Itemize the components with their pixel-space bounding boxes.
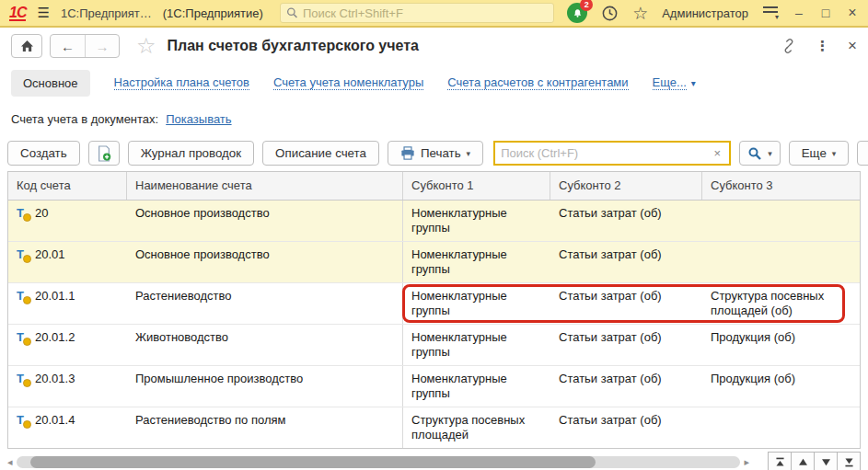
current-user[interactable]: Администратор [662,6,748,20]
search-icon [747,146,762,161]
subconto3-value [702,407,860,448]
history-nav: ← → [50,34,120,58]
chevron-down-icon: ▾ [832,149,837,158]
column-header-name[interactable]: Наименование счета [127,172,403,200]
forward-arrow-icon: → [96,39,110,54]
accounts-in-documents-label: Счета учета в документах: [11,112,158,126]
account-code: 20.01.3 [35,372,75,386]
subconto2-value: Статьи затрат (об) [550,366,702,407]
scroll-right-icon[interactable]: ▸ [744,457,749,466]
get-link-icon[interactable] [781,38,797,54]
window-close-button[interactable]: × [846,5,859,21]
settings-menu-icon[interactable]: ▾ [762,6,779,19]
back-arrow-icon: ← [61,39,75,54]
account-code: 20.01.1 [35,289,75,304]
show-link[interactable]: Показывать [166,112,231,126]
list-search[interactable]: × [493,141,731,166]
horizontal-scrollbar[interactable]: ◂ ▸ [7,456,749,468]
scrollbar-track[interactable] [17,456,741,468]
table-header: Код счета Наименование счета Субконто 1 … [8,172,860,201]
tab-item-accounts[interactable]: Счета учета номенклатуры [273,75,423,90]
form-navigation: Основное Настройка плана счетов Счета уч… [0,64,868,101]
subconto2-value: Статьи затрат (об) [550,201,702,241]
subconto1-value: Номенклатурные группы [403,283,550,324]
home-button[interactable] [11,34,42,58]
printer-icon [400,146,415,160]
subconto3-value [702,242,860,282]
up-arrow-icon [797,456,809,468]
account-code: 20.01.4 [35,413,75,428]
tab-main[interactable]: Основное [11,70,90,97]
new-document-plus-icon [97,145,111,162]
posting-journal-button[interactable]: Журнал проводок [128,141,254,166]
minimize-button[interactable]: – [793,6,805,20]
account-name: Основное производство [127,242,403,282]
table-row[interactable]: Т 20.01.1 Растениеводство Номенклатурные… [8,283,860,325]
column-header-sub3[interactable]: Субконто 3 [702,172,860,200]
history-icon[interactable] [601,5,619,22]
subconto1-value: Структура посевных площадей [403,407,550,448]
window-tab-title[interactable]: 1С:Предприят… [61,6,152,20]
subconto2-value: Статьи затрат (об) [550,407,702,448]
table-footer: ◂ ▸ [0,449,868,470]
table-row[interactable]: Т 20.01.2 Животноводство Номенклатурные … [8,325,860,366]
list-toolbar: Создать Журнал проводок Описание счета П… [0,136,868,170]
main-menu-icon[interactable]: ☰ [37,5,49,21]
more-actions-button[interactable]: Еще ▾ [789,141,850,166]
column-header-sub1[interactable]: Субконто 1 [403,172,550,200]
table-row[interactable]: Т 20.01 Основное производство Номенклату… [8,242,860,283]
go-to-first-button[interactable] [768,452,792,470]
table-row[interactable]: Т 20.01.4 Растениеводство по полям Струк… [8,407,860,448]
list-search-input[interactable] [501,146,711,160]
subconto1-value: Номенклатурные группы [403,366,550,407]
more-menu-icon[interactable]: ⋮ [816,38,829,54]
accounts-in-documents-row: Счета учета в документах: Показывать [0,101,868,136]
help-button[interactable]: ? [857,141,868,166]
home-icon [20,40,34,52]
scrollbar-thumb[interactable] [30,456,596,468]
search-icon [286,6,298,19]
table-body: Т 20 Основное производство Номенклатурны… [8,201,860,448]
table-row[interactable]: Т 20.01.3 Промышленное производство Номе… [8,366,860,407]
tab-counterparty-accounts[interactable]: Счета расчетов с контрагентами [447,75,628,90]
account-description-button[interactable]: Описание счета [262,141,379,166]
account-icon: Т [17,330,28,344]
back-button[interactable]: ← [51,35,85,57]
create-button[interactable]: Создать [7,141,80,166]
notifications-button[interactable]: 2 [567,3,587,23]
account-icon: Т [17,206,28,220]
clear-search-icon[interactable]: × [712,146,724,160]
global-search-input[interactable] [303,6,548,20]
subconto3-value [702,201,860,241]
global-search[interactable] [280,3,554,23]
account-icon: Т [17,289,28,303]
column-header-code[interactable]: Код счета [8,172,127,200]
account-name: Основное производство [127,201,403,241]
tab-plan-settings[interactable]: Настройка плана счетов [114,75,249,90]
subconto2-value: Статьи затрат (об) [550,242,702,282]
account-icon: Т [17,372,28,385]
account-name: Растениеводство [127,283,403,324]
column-header-sub2[interactable]: Субконто 2 [550,172,702,200]
account-code: 20.01.2 [35,330,75,345]
accounts-table: Код счета Наименование счета Субконто 1 … [7,171,861,449]
create-group-button[interactable] [88,141,120,166]
form-close-button[interactable]: × [848,37,857,55]
tab-more[interactable]: Еще... ▾ [653,75,696,90]
advanced-search-button[interactable]: ▾ [739,141,781,166]
favorites-star-icon[interactable]: ☆ [632,3,648,24]
previous-row-button[interactable] [791,452,815,470]
print-button[interactable]: Печать ▾ [388,141,483,166]
application-titlebar: 1С ☰ 1С:Предприят… (1С:Предприятие) 2 ☆ … [0,0,868,28]
application-title: (1С:Предприятие) [163,6,263,20]
maximize-button[interactable]: □ [819,6,832,20]
go-to-last-button[interactable] [837,452,861,470]
add-to-favorites-star-icon[interactable]: ☆ [136,37,156,55]
table-row[interactable]: Т 20 Основное производство Номенклатурны… [8,201,860,242]
scroll-left-icon[interactable]: ◂ [7,457,13,466]
account-name: Промышленное производство [127,366,403,407]
forward-button[interactable]: → [85,35,119,57]
next-row-button[interactable] [814,452,838,470]
subconto2-value: Статьи затрат (об) [550,283,702,324]
last-row-icon [843,456,855,468]
